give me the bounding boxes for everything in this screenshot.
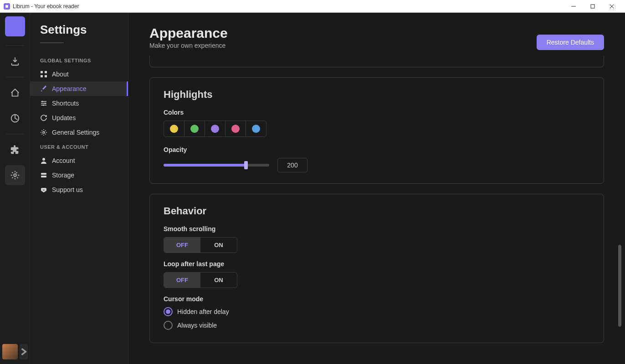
nav-shortcuts[interactable]: Shortcuts bbox=[30, 96, 128, 111]
svg-point-11 bbox=[45, 103, 46, 104]
app-logo[interactable] bbox=[5, 16, 25, 36]
brush-icon bbox=[40, 85, 47, 92]
settings-sidebar: Settings GLOBAL SETTINGS About Appearanc… bbox=[30, 13, 128, 364]
highlights-card: Highlights Colors Opacity bbox=[149, 77, 604, 184]
svg-rect-15 bbox=[41, 173, 46, 175]
cursor-label: Cursor mode bbox=[164, 295, 590, 303]
radio-visible-label: Always visible bbox=[177, 322, 217, 329]
color-swatch-green[interactable] bbox=[184, 121, 205, 137]
svg-point-12 bbox=[43, 105, 44, 106]
sidebar-title: Settings bbox=[30, 23, 128, 37]
smooth-off[interactable]: OFF bbox=[164, 238, 200, 253]
nav-label: Storage bbox=[52, 172, 74, 179]
svg-point-13 bbox=[43, 131, 45, 133]
svg-rect-1 bbox=[591, 5, 594, 8]
avatar[interactable] bbox=[2, 344, 18, 359]
slider-thumb[interactable] bbox=[244, 161, 248, 169]
section-header-global: GLOBAL SETTINGS bbox=[30, 53, 128, 67]
rail-home[interactable] bbox=[5, 83, 25, 103]
page-title: Appearance bbox=[149, 25, 228, 41]
nav-label: About bbox=[52, 71, 69, 78]
maximize-button[interactable] bbox=[583, 0, 602, 13]
avatar-expand[interactable] bbox=[20, 344, 28, 359]
radio-hidden-label: Hidden after delay bbox=[177, 308, 229, 315]
user-icon bbox=[40, 157, 47, 164]
loop-off[interactable]: OFF bbox=[164, 273, 200, 288]
nav-updates[interactable]: Updates bbox=[30, 111, 128, 125]
behavior-title: Behavior bbox=[164, 205, 590, 217]
restore-defaults-button[interactable]: Restore Defaults bbox=[537, 35, 604, 50]
opacity-label: Opacity bbox=[164, 146, 590, 153]
nav-storage[interactable]: Storage bbox=[30, 168, 128, 182]
loop-on[interactable]: ON bbox=[200, 273, 237, 288]
nav-label: Updates bbox=[52, 114, 76, 121]
color-swatch-pink[interactable] bbox=[225, 121, 246, 137]
opacity-input[interactable] bbox=[277, 158, 307, 172]
heart-icon bbox=[40, 186, 47, 193]
nav-label: Shortcuts bbox=[52, 100, 79, 107]
cursor-hidden-row[interactable]: Hidden after delay bbox=[164, 307, 590, 316]
app-icon bbox=[4, 3, 10, 10]
window-title: Librum - Your ebook reader bbox=[13, 3, 79, 10]
rail-download[interactable] bbox=[5, 51, 25, 71]
svg-rect-9 bbox=[45, 75, 47, 77]
title-bar: Librum - Your ebook reader bbox=[0, 0, 625, 13]
smooth-toggle: OFF ON bbox=[164, 237, 237, 253]
nav-label: General Settings bbox=[52, 129, 99, 136]
nav-label: Support us bbox=[52, 186, 83, 193]
nav-label: Account bbox=[52, 157, 75, 164]
rail-addons[interactable] bbox=[5, 140, 25, 160]
loop-toggle: OFF ON bbox=[164, 272, 237, 288]
refresh-icon bbox=[40, 114, 47, 121]
highlights-title: Highlights bbox=[164, 89, 590, 101]
colors-label: Colors bbox=[164, 109, 590, 116]
svg-rect-6 bbox=[41, 71, 43, 73]
nav-support[interactable]: Support us bbox=[30, 182, 128, 197]
radio-visible[interactable] bbox=[164, 321, 173, 330]
radio-hidden[interactable] bbox=[164, 307, 173, 316]
storage-icon bbox=[40, 172, 47, 179]
cursor-visible-row[interactable]: Always visible bbox=[164, 321, 590, 330]
rail-settings[interactable] bbox=[5, 165, 25, 185]
gear-icon bbox=[40, 129, 47, 136]
svg-point-5 bbox=[14, 174, 16, 177]
loop-label: Loop after last page bbox=[164, 260, 590, 268]
svg-rect-7 bbox=[45, 71, 47, 73]
svg-rect-8 bbox=[41, 75, 43, 77]
rail-stats[interactable] bbox=[5, 108, 25, 128]
content-area: Appearance Make your own experience Rest… bbox=[128, 13, 625, 364]
previous-card-cutoff bbox=[149, 56, 604, 67]
scrollbar-thumb[interactable] bbox=[618, 245, 621, 327]
behavior-card: Behavior Smooth scrolling OFF ON Loop af… bbox=[149, 194, 604, 343]
nav-general[interactable]: General Settings bbox=[30, 125, 128, 140]
close-button[interactable] bbox=[602, 0, 621, 13]
opacity-slider[interactable] bbox=[164, 164, 269, 167]
nav-appearance[interactable]: Appearance bbox=[30, 81, 128, 96]
smooth-label: Smooth scrolling bbox=[164, 225, 590, 233]
sliders-icon bbox=[40, 100, 47, 107]
svg-point-10 bbox=[42, 101, 43, 102]
svg-rect-16 bbox=[41, 176, 46, 177]
nav-account[interactable]: Account bbox=[30, 153, 128, 168]
color-swatch-blue[interactable] bbox=[246, 121, 266, 137]
page-subtitle: Make your own experience bbox=[149, 42, 228, 49]
nav-label: Appearance bbox=[52, 85, 87, 92]
icon-rail bbox=[0, 13, 30, 364]
smooth-on[interactable]: ON bbox=[200, 238, 237, 253]
grid-icon bbox=[40, 71, 47, 78]
minimize-button[interactable] bbox=[564, 0, 583, 13]
section-header-user: USER & ACCOUNT bbox=[30, 140, 128, 153]
color-swatch-purple[interactable] bbox=[205, 121, 225, 137]
color-swatches bbox=[164, 121, 590, 137]
color-swatch-yellow[interactable] bbox=[164, 121, 184, 137]
svg-point-14 bbox=[42, 158, 45, 161]
nav-about[interactable]: About bbox=[30, 67, 128, 81]
